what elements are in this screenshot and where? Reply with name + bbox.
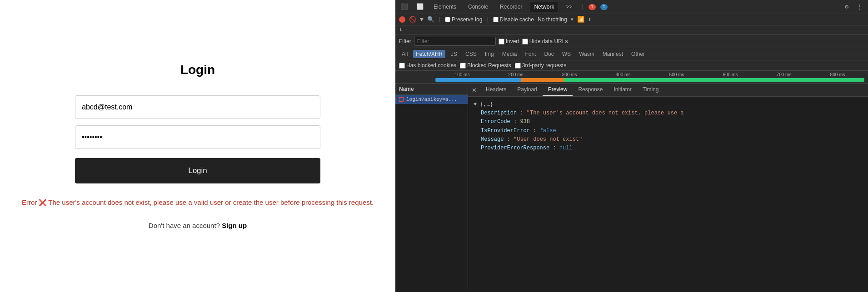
type-other[interactable]: Other [629,50,648,58]
type-js[interactable]: JS [448,50,460,58]
preview-isprovider-row: IsProviderError : false [474,127,863,135]
tab-more[interactable]: >> [562,2,576,12]
preview-description-row: Description : "The user's account does n… [474,109,863,118]
type-css[interactable]: CSS [463,50,479,58]
disable-cache-label: Disable cache [493,16,534,23]
invert-checkbox[interactable] [499,39,504,45]
message-badge: 1 [600,4,608,10]
login-panel: Login Login Error ❌ The user's account d… [0,0,395,292]
record-stop-btn[interactable] [399,16,405,23]
third-party-requests-checkbox[interactable] [515,63,521,69]
preview-errorcode-row: ErrorCode : 938 [474,118,863,126]
tab-headers[interactable]: Headers [480,84,512,96]
preserve-log-checkbox[interactable] [445,17,450,22]
type-font[interactable]: Font [522,50,539,58]
preview-provider-row: ProviderErrorResponse : null [474,144,863,153]
type-wasm[interactable]: Wasm [576,50,597,58]
preview-content: ▼ {,…} Description : "The user's account… [468,97,868,292]
login-form: Login [75,95,320,183]
preview-root: ▼ {,…} [474,100,863,109]
error-icon: ❌ [39,199,48,206]
timeline-bar [435,78,864,82]
type-fetch-xhr[interactable]: Fetch/XHR [413,50,445,58]
name-column: Name login?apikey=a... [395,84,468,292]
tab-timing[interactable]: Timing [637,84,664,96]
devtools-toolbar3: ⬇ [395,25,868,35]
tab-elements[interactable]: Elements [430,2,460,12]
timeline-label-200: 200 ms [489,72,543,77]
signup-row: Don't have an account? Sign up [149,222,247,229]
disable-cache-checkbox[interactable] [493,17,499,22]
page-title: Login [180,63,215,77]
devtools-main: Name login?apikey=a... ✕ Headers Payload… [395,84,868,292]
email-field[interactable] [75,95,320,119]
timeline-label-500: 500 ms [650,72,703,77]
type-all[interactable]: All [399,50,410,58]
timeline-labels: 100 ms 200 ms 300 ms 400 ms 500 ms 600 m… [399,72,864,77]
type-img[interactable]: Img [482,50,497,58]
clear-btn[interactable]: 🚫 [409,16,416,23]
search-icon[interactable]: 🔍 [427,16,434,23]
devtools-top-bar: ⬛ ⬜ Elements Console Recorder Network >>… [395,0,868,14]
name-header: Name [395,84,468,95]
request-name: login?apikey=a... [406,97,457,102]
timeline-bar-blue [435,78,521,82]
password-field[interactable] [75,125,320,149]
timeline: 100 ms 200 ms 300 ms 400 ms 500 ms 600 m… [395,71,868,84]
tab-network[interactable]: Network [530,2,558,12]
obj-brace: {,…} [480,101,493,108]
timeline-bar-green [564,78,864,82]
device-icon[interactable]: ⬜ [414,2,425,11]
filter-icon[interactable]: ▼ [420,16,424,23]
preview-message-row: Message : "User does not exist" [474,135,863,144]
download-icon[interactable]: ⬇ [399,26,403,34]
error-container: Error ❌ The user's account does not exis… [22,197,374,208]
type-ws[interactable]: WS [559,50,574,58]
throttle-arrow: ▼ [571,17,574,22]
signup-link[interactable]: Sign up [222,222,247,229]
separator: | [438,16,441,23]
timeline-label-800: 800 ms [811,72,864,77]
filter-label: Filter [399,38,411,45]
request-error-icon [399,97,404,102]
error-badge: 1 [589,4,596,10]
type-doc[interactable]: Doc [541,50,556,58]
tab-initiator[interactable]: Initiator [608,84,637,96]
filter-bar: Filter Invert Hide data URLs [395,35,868,48]
hide-data-urls-label: Hide data URLs [522,38,568,45]
error-text: Error ❌ The user's account does not exis… [22,198,374,206]
blocked-requests-checkbox[interactable] [460,63,466,69]
settings-icon[interactable]: ⚙ [843,2,850,11]
tab-console[interactable]: Console [464,2,492,12]
expand-icon[interactable]: ▼ [474,101,480,108]
request-item[interactable]: login?apikey=a... [395,95,468,104]
timeline-label-300: 300 ms [543,72,596,77]
devtools-toolbar2: 🚫 ▼ 🔍 | Preserve log | Disable cache No … [395,14,868,25]
more-icon[interactable]: ⋮ [855,2,864,11]
type-filter-bar: All Fetch/XHR JS CSS Img Media Font Doc … [395,48,868,60]
has-blocked-cookies-label: Has blocked cookies [399,62,456,69]
tab-recorder[interactable]: Recorder [496,2,526,12]
separator2: | [486,16,489,23]
type-media[interactable]: Media [499,50,520,58]
close-detail-btn[interactable]: ✕ [468,84,480,96]
inspect-icon[interactable]: ⬛ [399,2,410,11]
timeline-label-400: 400 ms [596,72,650,77]
tab-payload[interactable]: Payload [512,84,542,96]
detail-tabs: ✕ Headers Payload Preview Response Initi… [468,84,868,97]
blocked-requests-label: Blocked Requests [460,62,511,69]
devtools-panel: ⬛ ⬜ Elements Console Recorder Network >>… [395,0,868,292]
login-button[interactable]: Login [75,158,320,183]
blocked-bar: Has blocked cookies Blocked Requests 3rd… [395,60,868,71]
hide-data-urls-checkbox[interactable] [522,39,528,45]
has-blocked-cookies-checkbox[interactable] [399,63,405,69]
type-manifest[interactable]: Manifest [600,50,626,58]
timeline-label-600: 600 ms [703,72,757,77]
upload-icon[interactable]: ⬆ [588,16,592,23]
throttle-select[interactable]: No throttling [538,16,567,23]
tab-response[interactable]: Response [573,84,608,96]
tab-preview[interactable]: Preview [543,84,573,96]
preserve-log-label: Preserve log [445,16,482,23]
filter-input[interactable] [414,37,496,46]
wifi-icon[interactable]: 📶 [577,16,584,23]
